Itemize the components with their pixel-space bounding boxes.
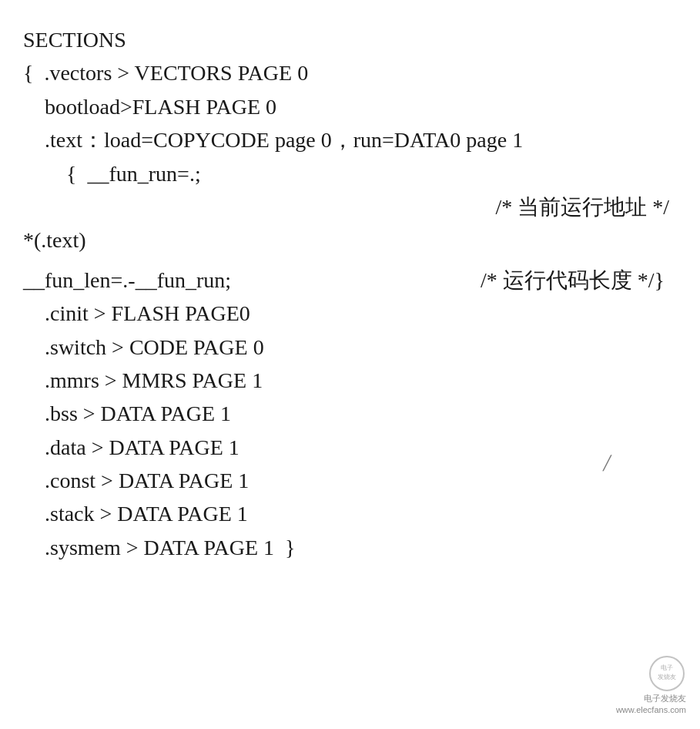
line-const: .const > DATA PAGE 1: [23, 464, 677, 497]
text-switch: .switch > CODE PAGE 0: [23, 331, 264, 364]
line-text-section: *(.text): [23, 223, 677, 257]
line-sections: SECTIONS: [23, 23, 677, 56]
text-stack: .stack > DATA PAGE 1: [23, 497, 248, 530]
text-sections: SECTIONS: [23, 23, 126, 56]
text-cinit: .cinit > FLASH PAGE0: [23, 297, 250, 330]
svg-text:发烧友: 发烧友: [658, 674, 676, 680]
line-cinit: .cinit > FLASH PAGE0: [23, 297, 677, 330]
line-sysmem: .sysmem > DATA PAGE 1 }: [23, 531, 677, 564]
line-bootload: bootload>FLASH PAGE 0: [23, 90, 677, 123]
text-text-load: .text：load=COPYCODE page 0，run=DATA0 pag…: [23, 123, 523, 156]
line-empty: [23, 257, 677, 264]
watermark-text: 电子发烧友 www.elecfans.com: [616, 693, 686, 715]
text-bootload: bootload>FLASH PAGE 0: [23, 90, 276, 123]
text-data: .data > DATA PAGE 1: [23, 431, 239, 464]
code-block: SECTIONS { .vectors > VECTORS PAGE 0 boo…: [23, 23, 677, 564]
svg-text:电子: 电子: [661, 664, 673, 671]
text-vectors: { .vectors > VECTORS PAGE 0: [23, 56, 308, 89]
tick-mark: ╱: [603, 455, 611, 472]
line-data: .data > DATA PAGE 1: [23, 431, 677, 464]
text-fun-run: { __fun_run=.;: [23, 157, 201, 190]
line-vectors: { .vectors > VECTORS PAGE 0: [23, 56, 677, 89]
line-mmrs: .mmrs > MMRS PAGE 1: [23, 364, 677, 397]
text-text-section: *(.text): [23, 223, 86, 257]
watermark: 电子 发烧友 电子发烧友 www.elecfans.com: [616, 654, 686, 715]
text-fun-len: __fun_len=.-__fun_run;: [23, 264, 231, 297]
line-bss: .bss > DATA PAGE 1: [23, 397, 677, 430]
line-stack: .stack > DATA PAGE 1: [23, 497, 677, 530]
text-mmrs: .mmrs > MMRS PAGE 1: [23, 364, 263, 397]
text-comment-addr: /* 当前运行地址 */: [495, 190, 677, 223]
line-fun-run: { __fun_run=.;: [23, 157, 677, 190]
text-sysmem: .sysmem > DATA PAGE 1 }: [23, 531, 295, 564]
text-bss: .bss > DATA PAGE 1: [23, 397, 231, 430]
line-text-load: .text：load=COPYCODE page 0，run=DATA0 pag…: [23, 123, 677, 156]
line-fun-len: __fun_len=.-__fun_run; /* 运行代码长度 */}: [23, 264, 677, 297]
text-const: .const > DATA PAGE 1: [23, 464, 249, 497]
watermark-logo-icon: 电子 发烧友: [648, 654, 686, 693]
line-comment-addr: /* 当前运行地址 */: [23, 190, 677, 223]
page-container: SECTIONS { .vectors > VECTORS PAGE 0 boo…: [0, 0, 700, 729]
line-switch: .switch > CODE PAGE 0: [23, 331, 677, 364]
text-comment-len: /* 运行代码长度 */}: [481, 264, 677, 297]
